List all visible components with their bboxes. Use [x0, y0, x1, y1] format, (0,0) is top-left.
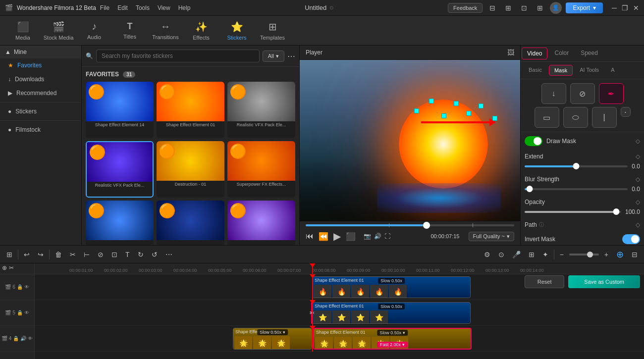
subtab-basic[interactable]: Basic	[524, 65, 547, 76]
win-close-button[interactable]: ✕	[633, 4, 639, 12]
subtab-mask[interactable]: Mask	[549, 65, 573, 76]
track-5-lock-icon[interactable]: 🔒	[17, 310, 23, 315]
stop-button[interactable]: ⬛	[346, 232, 356, 241]
toolbar-stock-media[interactable]: 🎬 Stock Media	[41, 17, 76, 45]
tl-export-clip-button[interactable]: ⊞	[526, 249, 537, 260]
mask-point[interactable]	[454, 101, 459, 106]
tl-more-button[interactable]: ⋯	[163, 249, 175, 260]
track-clip[interactable]: Slow 0.50x ▾ Shape Effect Element 01 🌟 🌟…	[313, 328, 472, 350]
fast-speed-badge[interactable]: Fast 2.00x ▾	[377, 342, 408, 348]
tl-cut-button[interactable]: ✂	[67, 249, 78, 260]
list-item[interactable]: 🟠	[227, 201, 295, 245]
opacity-keyframe-icon[interactable]: ◇	[636, 199, 640, 205]
extend-thumb[interactable]	[573, 163, 580, 169]
subtab-a[interactable]: A	[606, 65, 619, 76]
mask-point[interactable]	[466, 111, 471, 116]
mask-tool-line[interactable]: |	[592, 107, 617, 128]
fullscreen-button[interactable]: ⛶	[384, 233, 390, 240]
mask-point[interactable]	[429, 99, 434, 103]
path-info-icon[interactable]: ⓘ	[539, 221, 544, 228]
blur-thumb[interactable]	[527, 186, 533, 192]
path-diamond-icon[interactable]: ◇	[636, 221, 640, 228]
avatar[interactable]: 👤	[550, 2, 562, 14]
list-item[interactable]: 🟠	[86, 201, 154, 245]
tl-split-button[interactable]: ⊢	[81, 249, 92, 260]
panel-mine-header[interactable]: ▲ Mine	[0, 46, 81, 58]
opacity-thumb[interactable]	[613, 208, 620, 215]
draw-mask-keyframe-icon[interactable]: ◇	[636, 138, 640, 145]
mask-tool-dot[interactable]: •	[621, 107, 631, 117]
tl-zoom-out-button[interactable]: −	[557, 249, 566, 260]
mask-point[interactable]	[414, 108, 419, 113]
export-button[interactable]: Export ▾	[566, 2, 603, 13]
tl-rotate-button[interactable]: ↻	[135, 249, 146, 260]
tl-magic-button[interactable]: ⊙	[496, 249, 507, 260]
toolbar-audio[interactable]: ♪ Audio	[76, 17, 112, 45]
panel-item-recommended[interactable]: ▶ Recommended	[0, 86, 81, 100]
tl-settings-button[interactable]: ⚙	[482, 249, 493, 260]
mask-tool-download[interactable]: ↓	[541, 83, 566, 104]
panel-item-downloads[interactable]: ↓ Downloads	[0, 72, 81, 86]
quality-button[interactable]: Full Quality ~ ▾	[469, 232, 515, 241]
subtab-ai-tools[interactable]: AI Tools	[575, 65, 604, 76]
menu-tools[interactable]: Tools	[136, 4, 150, 11]
invert-toggle-on[interactable]	[622, 234, 640, 244]
mask-tool-pen[interactable]: ✒	[599, 83, 624, 104]
skip-back-button[interactable]: ⏮	[306, 232, 314, 241]
tab-video[interactable]: Video	[522, 48, 547, 59]
win-minimize-button[interactable]: ─	[612, 4, 617, 12]
menu-help[interactable]: Help	[178, 4, 191, 11]
track-clip[interactable]: Slow 0.50x ▾ Shape Effect Elemen... 🌟 🌟 …	[233, 328, 312, 350]
tl-text-button[interactable]: T	[123, 249, 132, 260]
fullscreen-icon[interactable]: ⊞	[502, 4, 514, 12]
tl-delete-button[interactable]: 🗑	[53, 249, 64, 260]
track-5-eye-icon[interactable]: 👁	[24, 310, 29, 315]
tl-crop-button[interactable]: ⊡	[109, 249, 120, 260]
blur-slider[interactable]	[525, 188, 628, 190]
toolbar-templates[interactable]: ⊞ Templates	[255, 17, 290, 45]
tl-redo-button[interactable]: ↪	[35, 249, 46, 260]
track-4-lock-icon[interactable]: 🔒	[13, 336, 19, 341]
layout-icon[interactable]: ⊞	[534, 4, 546, 12]
playhead[interactable]	[312, 263, 313, 274]
list-item[interactable]: 🟠 Realistic VFX Pack Ele...	[86, 141, 154, 198]
mask-tool-rectangle[interactable]: ▭	[535, 107, 559, 128]
opacity-slider[interactable]	[525, 211, 621, 213]
track-clip[interactable]: Slow 0.50x Shape Effect Element 01 ⭐ ⭐ ⭐…	[312, 302, 471, 324]
tl-mic-button[interactable]: 🎤	[510, 249, 523, 260]
list-item[interactable]: 🟠 Realistic VFX Pack Ele...	[227, 82, 295, 138]
list-item[interactable]: 🟠 Shape Effect Element 14	[86, 82, 154, 138]
track-4-audio-icon[interactable]: 🔊	[20, 336, 26, 341]
tl-zoom-in-button[interactable]: +	[602, 249, 611, 260]
progress-thumb[interactable]	[423, 222, 430, 229]
search-input[interactable]	[96, 50, 260, 62]
mask-point[interactable]	[441, 113, 446, 118]
extend-slider[interactable]	[525, 165, 628, 167]
win-restore-button[interactable]: ❐	[622, 4, 628, 12]
playback-progress[interactable]	[306, 224, 514, 226]
tl-grid-button[interactable]: ⊞	[4, 249, 15, 260]
more-options-icon[interactable]: ⋯	[287, 51, 295, 61]
track-6-eye-icon[interactable]: 👁	[24, 284, 29, 290]
mask-tool-ellipse[interactable]: ⬭	[563, 107, 588, 128]
tl-undo-button[interactable]: ↩	[21, 249, 32, 260]
devices-icon[interactable]: ⊡	[518, 4, 530, 12]
scissors-icon[interactable]: ✂	[9, 264, 14, 271]
track-6-lock-icon[interactable]: 🔒	[17, 284, 23, 290]
step-back-button[interactable]: ⏪	[319, 232, 328, 241]
menu-view[interactable]: View	[158, 4, 170, 11]
toolbar-media[interactable]: ⬛ Media	[5, 17, 41, 45]
audio-button[interactable]: 🔊	[374, 233, 381, 240]
toolbar-transitions[interactable]: ↔ Transitions	[148, 17, 183, 45]
toolbar-stickers[interactable]: ⭐ Stickers	[219, 17, 255, 45]
tl-ai-button[interactable]: ✦	[540, 249, 551, 260]
menu-edit[interactable]: Edit	[117, 4, 128, 11]
tab-speed[interactable]: Speed	[575, 46, 604, 61]
track-clip[interactable]: Slow 0.50x Shape Effect Element 01 🔥 🔥 🔥…	[312, 276, 471, 298]
list-item[interactable]: 🟠	[157, 201, 224, 245]
feedback-button[interactable]: Feedback	[448, 3, 483, 13]
tl-zoom-slider[interactable]	[569, 254, 599, 256]
toolbar-titles[interactable]: T Titles	[112, 17, 148, 45]
blur-keyframe-icon[interactable]: ◇	[636, 176, 640, 183]
tl-reverse-button[interactable]: ↺	[149, 249, 160, 260]
